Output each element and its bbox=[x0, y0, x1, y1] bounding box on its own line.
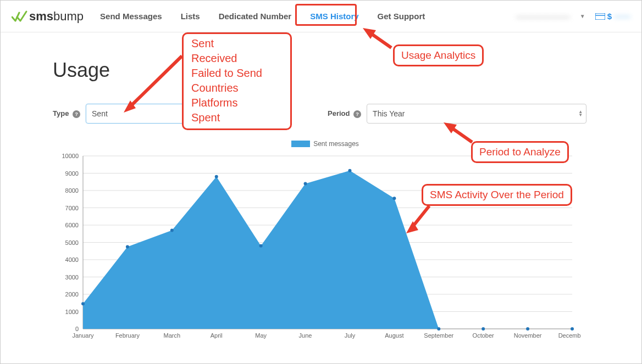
svg-point-26 bbox=[81, 302, 85, 305]
select-arrows-icon: ▲▼ bbox=[578, 110, 583, 117]
balance-prefix: $ bbox=[607, 12, 612, 21]
annotation-arrow bbox=[440, 119, 479, 149]
svg-text:June: June bbox=[299, 332, 312, 339]
svg-text:2000: 2000 bbox=[65, 291, 79, 298]
topbar-right: ——————— ▼ $—— bbox=[516, 12, 630, 21]
nav-get-support[interactable]: Get Support bbox=[377, 8, 427, 24]
svg-text:August: August bbox=[385, 332, 403, 339]
svg-line-56 bbox=[412, 206, 429, 228]
account-balance[interactable]: $—— bbox=[595, 12, 630, 21]
select-arrows-icon: ▲▼ bbox=[270, 110, 274, 117]
content: Usage Type ? Sent ▲▼ Period ? This Year … bbox=[1, 32, 641, 348]
svg-text:7000: 7000 bbox=[65, 205, 79, 211]
svg-text:May: May bbox=[255, 332, 267, 339]
svg-text:10000: 10000 bbox=[62, 153, 79, 159]
user-menu[interactable]: ——————— bbox=[516, 12, 570, 21]
chevron-down-icon[interactable]: ▼ bbox=[580, 13, 585, 19]
type-label: Type ? bbox=[53, 109, 80, 118]
svg-point-32 bbox=[215, 175, 218, 178]
svg-point-48 bbox=[571, 327, 574, 331]
svg-text:February: February bbox=[115, 332, 140, 339]
help-icon[interactable]: ? bbox=[73, 110, 80, 118]
svg-point-34 bbox=[259, 244, 263, 248]
nav-lists[interactable]: Lists bbox=[180, 8, 201, 24]
legend-label: Sent messages bbox=[313, 140, 359, 148]
type-label-text: Type bbox=[53, 109, 69, 117]
svg-point-42 bbox=[437, 327, 440, 331]
svg-point-28 bbox=[126, 245, 129, 248]
period-select-value: This Year bbox=[373, 109, 405, 118]
brand-bump: bump bbox=[53, 9, 84, 24]
topbar: smsbump Send Messages Lists Dedicated Nu… bbox=[1, 1, 641, 32]
svg-text:3000: 3000 bbox=[65, 274, 79, 281]
svg-text:December: December bbox=[558, 332, 580, 339]
nav-sms-history[interactable]: SMS History bbox=[309, 8, 359, 24]
svg-point-46 bbox=[526, 327, 529, 331]
svg-text:October: October bbox=[473, 332, 494, 339]
svg-text:9000: 9000 bbox=[65, 170, 79, 177]
svg-point-44 bbox=[482, 327, 485, 331]
help-icon[interactable]: ? bbox=[353, 110, 361, 118]
svg-text:November: November bbox=[514, 332, 542, 339]
chart-container: Sent messages 01000200030004000500060007… bbox=[53, 140, 597, 348]
annotation-arrow bbox=[403, 201, 436, 242]
svg-text:March: March bbox=[164, 332, 181, 339]
svg-line-50 bbox=[131, 56, 182, 105]
svg-text:January: January bbox=[72, 332, 94, 339]
checkmarks-icon bbox=[12, 10, 28, 23]
svg-point-38 bbox=[348, 169, 351, 172]
svg-text:July: July bbox=[345, 332, 356, 339]
svg-point-40 bbox=[392, 197, 396, 200]
period-label-text: Period bbox=[328, 109, 350, 117]
svg-text:4000: 4000 bbox=[65, 256, 79, 263]
brand-logo: smsbump bbox=[12, 9, 84, 24]
svg-point-36 bbox=[304, 182, 307, 185]
svg-line-54 bbox=[450, 127, 472, 142]
svg-text:5000: 5000 bbox=[65, 239, 79, 246]
period-label: Period ? bbox=[328, 109, 361, 118]
annotation-arrow bbox=[121, 53, 187, 121]
type-select-value: Sent bbox=[92, 109, 108, 118]
svg-text:April: April bbox=[211, 332, 223, 339]
svg-text:8000: 8000 bbox=[65, 187, 79, 194]
usage-chart: 0100020003000400050006000700080009000100… bbox=[53, 148, 580, 345]
svg-rect-0 bbox=[595, 13, 605, 20]
svg-text:1000: 1000 bbox=[65, 309, 79, 315]
brand-sms: sms bbox=[29, 9, 53, 24]
chart-legend: Sent messages bbox=[53, 140, 597, 148]
svg-text:September: September bbox=[424, 332, 453, 339]
nav-send-messages[interactable]: Send Messages bbox=[99, 8, 163, 24]
svg-text:0: 0 bbox=[75, 326, 79, 332]
svg-line-52 bbox=[369, 32, 391, 48]
svg-text:6000: 6000 bbox=[65, 222, 79, 228]
annotation-arrow bbox=[359, 25, 398, 54]
primary-nav: Send Messages Lists Dedicated Number SMS… bbox=[99, 8, 426, 24]
balance-amount: —— bbox=[614, 12, 630, 21]
card-icon bbox=[595, 13, 605, 20]
nav-dedicated-number[interactable]: Dedicated Number bbox=[218, 8, 293, 24]
svg-point-30 bbox=[170, 228, 174, 232]
legend-swatch bbox=[291, 141, 310, 147]
